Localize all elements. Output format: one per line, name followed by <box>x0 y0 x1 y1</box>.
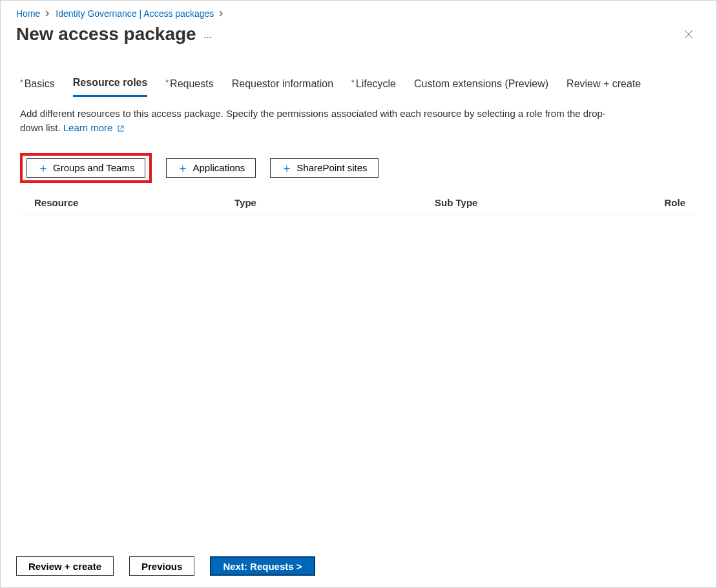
chevron-right-icon <box>45 10 50 17</box>
tab-resource-roles[interactable]: Resource roles <box>73 77 148 97</box>
add-sharepoint-button[interactable]: ＋ SharePoint sites <box>270 158 378 178</box>
button-label: SharePoint sites <box>296 162 367 173</box>
external-link-icon <box>117 125 125 132</box>
column-header-resource[interactable]: Resource <box>34 197 234 208</box>
button-label: Groups and Teams <box>53 162 134 173</box>
close-icon <box>684 30 693 39</box>
breadcrumb: Home Identity Governance | Access packag… <box>1 1 716 21</box>
tab-lifecycle[interactable]: * Lifecycle <box>351 77 396 97</box>
chevron-right-icon <box>219 10 224 17</box>
tab-label: Review + create <box>566 78 641 90</box>
resource-button-row: ＋ Groups and Teams ＋ Applications ＋ Shar… <box>20 153 697 183</box>
previous-button[interactable]: Previous <box>129 556 194 576</box>
close-button[interactable] <box>680 26 697 43</box>
plus-icon: ＋ <box>37 162 49 174</box>
column-header-role[interactable]: Role <box>622 197 685 208</box>
content-area: Add different resources to this access p… <box>1 98 716 587</box>
learn-more-label: Learn more <box>63 122 113 133</box>
tab-label: Requestor information <box>232 78 333 90</box>
column-header-subtype[interactable]: Sub Type <box>435 197 622 208</box>
footer-bar: Review + create Previous Next: Requests … <box>1 546 716 587</box>
breadcrumb-path[interactable]: Identity Governance | Access packages <box>56 8 214 19</box>
description-text: Add different resources to this access p… <box>20 107 614 135</box>
tab-requestor-information[interactable]: Requestor information <box>232 77 333 97</box>
page-title: New access package ··· <box>16 24 213 45</box>
plus-icon: ＋ <box>281 162 293 174</box>
button-label: Applications <box>192 162 245 173</box>
next-button[interactable]: Next: Requests > <box>210 556 315 576</box>
breadcrumb-home[interactable]: Home <box>16 8 40 19</box>
tab-label: Custom extensions (Preview) <box>414 78 548 90</box>
review-create-button[interactable]: Review + create <box>16 556 114 576</box>
required-indicator: * <box>20 78 23 87</box>
tab-requests[interactable]: * Requests <box>165 77 213 97</box>
add-groups-teams-button[interactable]: ＋ Groups and Teams <box>26 158 145 178</box>
learn-more-link[interactable]: Learn more <box>63 122 125 133</box>
required-indicator: * <box>351 78 355 87</box>
highlight-groups-teams: ＋ Groups and Teams <box>20 153 152 183</box>
tab-label: Resource roles <box>73 77 148 89</box>
plus-icon: ＋ <box>177 162 189 174</box>
tab-label: Lifecycle <box>356 78 396 90</box>
tab-basics[interactable]: * Basics <box>20 77 55 97</box>
resource-table-header: Resource Type Sub Type Role <box>20 191 697 215</box>
tab-label: Basics <box>25 78 55 90</box>
page-title-text: New access package <box>16 24 196 45</box>
tab-review-create[interactable]: Review + create <box>566 77 641 97</box>
add-applications-button[interactable]: ＋ Applications <box>166 158 256 178</box>
column-header-type[interactable]: Type <box>234 197 435 208</box>
tab-bar: * Basics Resource roles * Requests Reque… <box>1 45 716 98</box>
required-indicator: * <box>165 78 169 87</box>
tab-custom-extensions[interactable]: Custom extensions (Preview) <box>414 77 548 97</box>
more-menu-icon[interactable]: ··· <box>204 33 213 42</box>
tab-label: Requests <box>170 78 214 90</box>
